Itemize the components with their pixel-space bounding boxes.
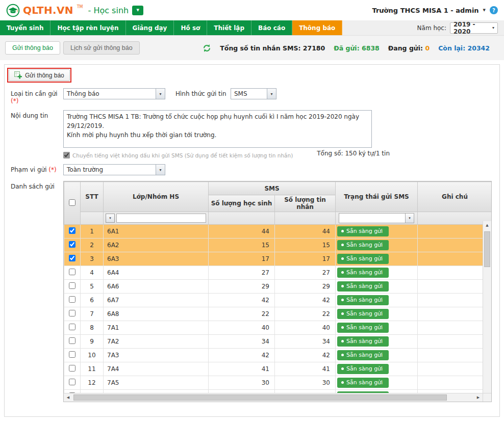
send-method-label: Hình thức gửi tin [175, 88, 231, 97]
row-checkbox[interactable] [69, 255, 75, 261]
status-dot-icon [341, 244, 344, 246]
content-label: Nội dung tin [11, 110, 63, 119]
row-stt: 5 [81, 280, 104, 294]
header-note[interactable]: Ghi chú [418, 182, 492, 212]
status-badge: Sẵn sàng gửi [337, 323, 389, 333]
nav-tab-1[interactable]: Học tập rèn luyện [51, 20, 125, 35]
nav-tab-6[interactable]: Thông báo [292, 20, 342, 35]
row-stt: 1 [81, 225, 104, 239]
status-label: Sẵn sàng gửi [346, 297, 383, 303]
row-checkbox[interactable] [69, 379, 75, 385]
table-row: 46A42727Sẵn sàng gửi [64, 266, 492, 280]
row-student-count: 17 [209, 252, 275, 266]
scroll-up-button[interactable]: ▲ [483, 221, 492, 229]
row-stt: 6 [81, 294, 104, 307]
row-select-cell [64, 252, 81, 266]
send-notification-button[interactable]: Gửi thông báo [9, 69, 70, 81]
nav-tab-0[interactable]: Tuyển sinh [0, 20, 51, 35]
message-type-select[interactable]: Thông báo ▾ [63, 88, 165, 99]
horizontal-scroll-thumb[interactable] [73, 394, 447, 401]
row-note [418, 239, 492, 252]
row-stt: 2 [81, 239, 104, 252]
unaccented-checkbox[interactable] [63, 152, 70, 158]
row-select-cell [64, 225, 81, 239]
nav-tab-4[interactable]: Thiết lập [207, 20, 251, 35]
row-checkbox[interactable] [69, 324, 75, 330]
school-year-area: Năm học: 2019 - 2020 ▾ [417, 20, 504, 35]
row-note [418, 294, 492, 307]
select-all-checkbox[interactable] [69, 199, 75, 206]
header-class-group[interactable]: Lớp/Nhóm HS [104, 182, 209, 212]
row-checkbox[interactable] [69, 365, 75, 372]
row-note [418, 376, 492, 390]
header-sms-status[interactable]: Trạng thái gửi SMS [336, 182, 418, 212]
stat-sent-value: 6838 [362, 44, 380, 52]
header-stt[interactable]: STT [81, 182, 104, 212]
row-checkbox[interactable] [69, 337, 75, 344]
row-status-cell: Sẵn sàng gửi [336, 349, 418, 362]
account-caret-icon[interactable]: ▼ [483, 8, 486, 12]
content-row: Nội dung tin Trường THCS MISA 1 TB: Trườ… [11, 110, 493, 148]
row-student-count: 42 [209, 349, 275, 362]
row-status-cell: Sẵn sàng gửi [336, 321, 418, 335]
unaccented-checkbox-label: Chuyển tiếng việt không dấu khi gửi SMS … [72, 152, 293, 158]
row-select-cell [64, 266, 81, 280]
nav-tab-3[interactable]: Hồ sơ [174, 20, 207, 35]
status-filter-select[interactable]: ▾ [339, 213, 414, 223]
row-stt: 4 [81, 266, 104, 280]
header-right: Trường THCS MISA 1 - admin ▼ ? [372, 6, 498, 14]
brand-name: QLTH.VN [23, 4, 73, 16]
row-class: 7A1 [104, 321, 209, 335]
stat-sent: Đã gửi: 6838 [334, 44, 380, 52]
row-status-cell: Sẵn sàng gửi [336, 280, 418, 294]
vertical-scrollbar[interactable]: ▲ ▼ [483, 221, 491, 402]
header-student-count[interactable]: Số lượng học sinh [209, 195, 275, 212]
status-dot-icon [341, 354, 344, 356]
row-select-cell [64, 335, 81, 349]
row-checkbox[interactable] [69, 227, 75, 234]
row-class: 6A6 [104, 280, 209, 294]
send-method-select[interactable]: SMS ▾ [231, 88, 276, 99]
content-textarea[interactable]: Trường THCS MISA 1 TB: Trường tổ chức cu… [63, 110, 372, 148]
status-dot-icon [341, 381, 344, 384]
history-tab[interactable]: Lịch sử gửi thông báo [63, 41, 140, 55]
module-dropdown-button[interactable]: ▼ [132, 6, 143, 15]
class-filter-dropdown-button[interactable]: ▾ [106, 214, 115, 223]
send-notification-tab[interactable]: Gửi thông báo [5, 41, 60, 55]
account-name[interactable]: Trường THCS MISA 1 - admin [372, 7, 479, 14]
table-row: 127A53030Sẵn sàng gửi [64, 376, 492, 390]
nav-tab-2[interactable]: Giảng dạy [126, 20, 174, 35]
school-year-select[interactable]: 2019 - 2020 ▾ [450, 22, 498, 34]
status-label: Sẵn sàng gửi [346, 228, 383, 234]
table-row: 87A14040Sẵn sàng gửi [64, 321, 492, 335]
class-filter-input[interactable] [116, 214, 206, 223]
module-name: - Học sinh [88, 6, 129, 15]
row-class: 6A4 [104, 266, 209, 280]
scope-select[interactable]: Toàn trường ▾ [63, 164, 165, 175]
app-header: QLTH.VNTM - Học sinh ▼ Trường THCS MISA … [0, 0, 504, 20]
row-message-count: 29 [275, 280, 336, 294]
help-icon[interactable]: ? [490, 6, 498, 14]
row-checkbox[interactable] [69, 269, 75, 275]
row-checkbox[interactable] [69, 296, 75, 303]
send-list-label: Danh sách gửi [11, 181, 63, 190]
header-message-count[interactable]: Số lượng tin nhắn [275, 195, 336, 212]
row-message-count: 15 [275, 239, 336, 252]
row-checkbox[interactable] [69, 241, 75, 248]
scroll-right-button[interactable]: ▶ [474, 393, 483, 402]
horizontal-scrollbar[interactable]: ◀ ▶ [64, 393, 483, 402]
nav-tab-5[interactable]: Báo cáo [251, 20, 292, 35]
status-dot-icon [341, 326, 344, 329]
row-checkbox[interactable] [69, 351, 75, 358]
refresh-icon[interactable] [203, 44, 211, 52]
row-note [418, 225, 492, 239]
row-student-count: 41 [209, 362, 275, 376]
status-dot-icon [341, 340, 344, 342]
scroll-left-button[interactable]: ◀ [64, 393, 72, 402]
content-panel: Gửi thông báo Loại tin cần gửi (*) Thông… [4, 64, 500, 417]
vertical-scroll-thumb[interactable] [484, 231, 490, 267]
unaccented-option: Chuyển tiếng việt không dấu khi gửi SMS … [63, 152, 293, 158]
row-checkbox[interactable] [69, 282, 75, 289]
row-checkbox[interactable] [69, 310, 75, 316]
status-label: Sẵn sàng gửi [346, 310, 383, 317]
